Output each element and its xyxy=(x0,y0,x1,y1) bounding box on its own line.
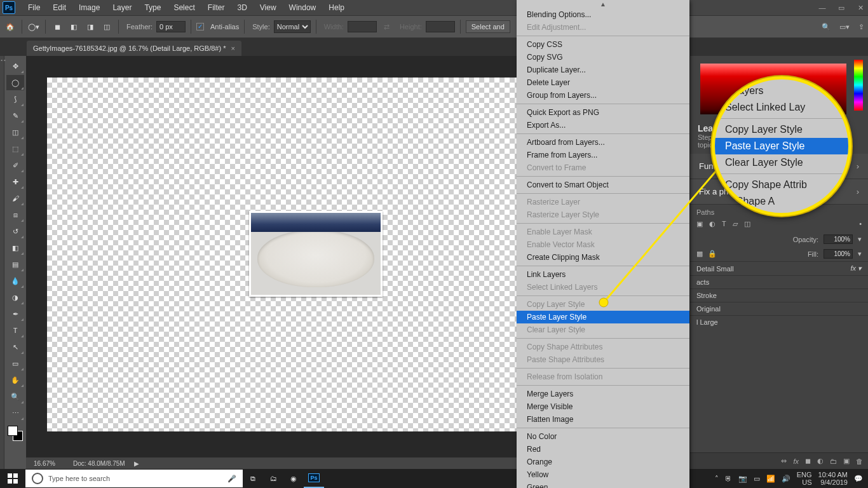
ctx-orange[interactable]: Orange xyxy=(517,456,689,468)
healing-brush-tool[interactable]: ✚ xyxy=(6,174,24,189)
filter-shape-icon[interactable]: ▱ xyxy=(733,220,738,228)
ctx-merge-layers[interactable]: Merge Layers xyxy=(517,388,689,400)
ctx-flatten-image[interactable]: Flatten Image xyxy=(517,413,689,426)
tray-camera-icon[interactable]: 📷 xyxy=(738,475,747,483)
scroll-up-arrow-icon[interactable]: ▲ xyxy=(517,0,689,8)
ctx-green[interactable]: Green xyxy=(517,481,689,488)
eraser-tool[interactable]: ◧ xyxy=(6,240,24,255)
antialias-checkbox[interactable]: ✓ xyxy=(196,23,204,30)
blur-tool[interactable]: 💧 xyxy=(6,273,24,288)
tray-battery-icon[interactable]: ▭ xyxy=(754,475,760,483)
layer-row[interactable]: Original xyxy=(690,302,868,315)
menu-layer[interactable]: Layer xyxy=(106,1,138,15)
minimize-button[interactable]: — xyxy=(817,4,827,12)
fill-input[interactable] xyxy=(824,249,853,259)
filter-type-icon[interactable]: T xyxy=(722,220,726,228)
layer-row[interactable]: Detail Smallfx ▾ xyxy=(690,261,868,275)
menu-file[interactable]: File xyxy=(22,1,46,15)
select-and-mask-button[interactable]: Select and xyxy=(466,20,510,33)
menu-window[interactable]: Window xyxy=(283,1,323,15)
style-select[interactable]: Normal xyxy=(274,20,311,33)
layer-row[interactable]: acts xyxy=(690,275,868,288)
ctx-merge-visible[interactable]: Merge Visible xyxy=(517,400,689,413)
marquee-ellipse-tool[interactable]: ◯ xyxy=(6,75,24,90)
type-tool[interactable]: T xyxy=(6,323,24,338)
document-tab[interactable]: GettyImages-76185342.jpg @ 16.7% (Detail… xyxy=(27,41,241,56)
file-explorer-button[interactable]: 🗂 xyxy=(263,469,283,488)
layer-row[interactable]: Stroke xyxy=(690,288,868,302)
menu-edit[interactable]: Edit xyxy=(46,1,72,15)
layer-row[interactable]: l Large xyxy=(690,315,868,329)
paths-tab[interactable]: Paths xyxy=(696,208,714,216)
tray-chevron-icon[interactable]: ˄ xyxy=(715,475,719,483)
menu-type[interactable]: Type xyxy=(138,1,167,15)
hue-strip[interactable] xyxy=(854,60,863,111)
ctx-duplicate-layer[interactable]: Duplicate Layer... xyxy=(517,64,689,76)
close-button[interactable]: ✕ xyxy=(855,4,865,12)
maximize-button[interactable]: ▭ xyxy=(836,4,846,12)
layer-mask-icon[interactable]: ◼ xyxy=(805,457,811,465)
link-layers-icon[interactable]: ⇔ xyxy=(781,457,787,465)
menu-filter[interactable]: Filter xyxy=(201,1,231,15)
mic-icon[interactable]: 🎤 xyxy=(227,475,236,483)
crop-tool[interactable]: ◫ xyxy=(6,125,24,140)
home-icon[interactable]: 🏠 xyxy=(4,20,17,33)
group-icon[interactable]: 🗀 xyxy=(830,458,837,465)
layer-fx-icon[interactable]: fx xyxy=(793,458,799,465)
eyedropper-tool[interactable]: ✐ xyxy=(6,158,24,173)
color-swatches[interactable] xyxy=(8,426,23,441)
filter-toggle-icon[interactable]: • xyxy=(859,220,862,228)
zoom-tool[interactable]: 🔍 xyxy=(6,389,24,404)
hand-tool[interactable]: ✋ xyxy=(6,372,24,388)
zoom-level-input[interactable] xyxy=(34,460,64,467)
menu-help[interactable]: Help xyxy=(322,1,351,15)
ctx-no-color[interactable]: No Color xyxy=(517,430,689,443)
opacity-input[interactable] xyxy=(824,234,853,244)
filter-smart-icon[interactable]: ◫ xyxy=(744,220,750,228)
document-canvas[interactable] xyxy=(47,78,519,431)
filter-adjust-icon[interactable]: ◐ xyxy=(709,220,715,228)
ctx-link-layers[interactable]: Link Layers xyxy=(517,268,689,281)
selection-new-icon[interactable]: ◼ xyxy=(51,20,64,33)
photoshop-taskbar-button[interactable]: Ps xyxy=(304,469,324,488)
tray-volume-icon[interactable]: 🔊 xyxy=(782,475,790,483)
feather-input[interactable] xyxy=(156,21,186,32)
tray-clock[interactable]: 10:40 AM9/4/2019 xyxy=(818,471,848,486)
rectangle-tool[interactable]: ▭ xyxy=(6,356,24,371)
ctx-copy-css[interactable]: Copy CSS xyxy=(517,38,689,51)
placed-image[interactable] xyxy=(249,211,383,297)
ctx-yellow[interactable]: Yellow xyxy=(517,468,689,481)
clone-stamp-tool[interactable]: ⧇ xyxy=(6,207,24,222)
ctx-export-as[interactable]: Export As... xyxy=(517,119,689,132)
marquee-shape-icon[interactable]: ◯▾ xyxy=(27,20,40,33)
notifications-icon[interactable]: 💬 xyxy=(854,475,863,483)
lock-all-icon[interactable]: 🔒 xyxy=(708,250,717,258)
ctx-paste-layer-style[interactable]: Paste Layer Style xyxy=(517,311,689,323)
move-tool[interactable]: ✥ xyxy=(6,58,24,74)
ctx-quick-export-as-png[interactable]: Quick Export as PNG xyxy=(517,106,689,119)
brush-tool[interactable]: 🖌 xyxy=(6,191,24,206)
share-icon[interactable]: ⇪ xyxy=(858,23,864,31)
ctx-blending-options[interactable]: Blending Options... xyxy=(517,8,689,21)
pen-tool[interactable]: ✒ xyxy=(6,306,24,322)
tray-shield-icon[interactable]: ⛨ xyxy=(725,475,732,482)
lock-trans-icon[interactable]: ▩ xyxy=(696,250,703,258)
edit-toolbar[interactable]: ⋯ xyxy=(6,405,24,421)
frame-tool[interactable]: ⬚ xyxy=(6,141,24,156)
ctx-delete-layer[interactable]: Delete Layer xyxy=(517,76,689,89)
tray-wifi-icon[interactable]: 📶 xyxy=(766,475,775,483)
filter-image-icon[interactable]: ▣ xyxy=(696,220,703,228)
menu-3d[interactable]: 3D xyxy=(231,1,253,15)
lasso-tool[interactable]: ⟆ xyxy=(6,92,24,107)
quick-select-tool[interactable]: ✎ xyxy=(6,108,24,123)
menu-view[interactable]: View xyxy=(254,1,283,15)
fill-chevron-icon[interactable]: ▾ xyxy=(858,250,862,258)
delete-layer-icon[interactable]: 🗑 xyxy=(856,458,863,465)
task-view-button[interactable]: ⧉ xyxy=(243,469,263,488)
chrome-button[interactable]: ◉ xyxy=(283,469,304,488)
ctx-copy-svg[interactable]: Copy SVG xyxy=(517,51,689,64)
selection-subtract-icon[interactable]: ◨ xyxy=(84,20,97,33)
layer-context-menu[interactable]: ▲ Blending Options...Edit Adjustment...C… xyxy=(517,0,689,488)
new-layer-icon[interactable]: ▣ xyxy=(843,457,850,465)
menu-select[interactable]: Select xyxy=(167,1,201,15)
